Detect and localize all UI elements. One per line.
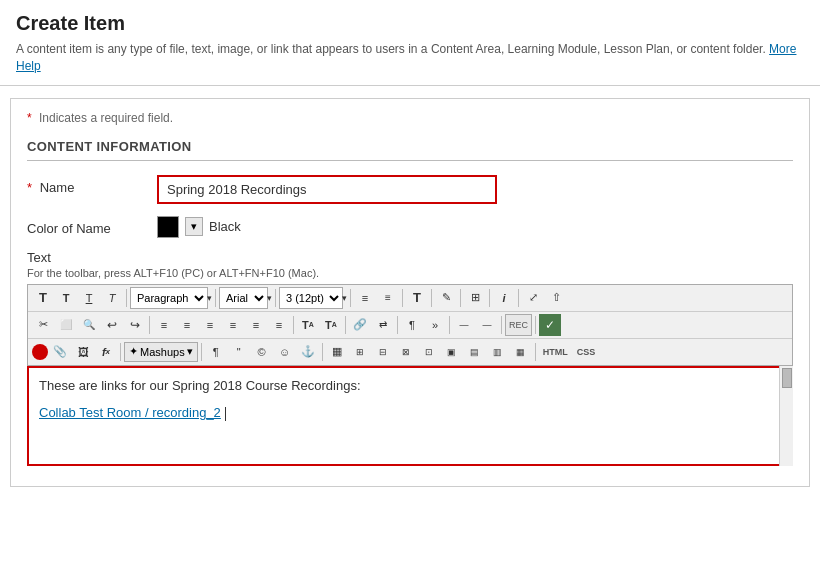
toolbar-btn-stop[interactable]	[32, 344, 48, 360]
description-text: A content item is any type of file, text…	[16, 42, 766, 56]
toolbar-row-2: ✂ ⬜ 🔍 ↩ ↪ ≡ ≡ ≡ ≡ ≡ ≡ TA TA	[28, 312, 792, 339]
toolbar-container: T T T T Paragraph ▾ Arial ▾	[27, 284, 793, 366]
toolbar-btn-T4[interactable]: T	[101, 287, 123, 309]
name-label: * Name	[27, 175, 157, 195]
toolbar-btn-css[interactable]: CSS	[573, 341, 600, 363]
toolbar-btn-copyright[interactable]: ©	[251, 341, 273, 363]
toolbar-btn-unordered-list[interactable]: ≡	[354, 287, 376, 309]
size-dropdown-icon: ▾	[342, 293, 347, 303]
toolbar-btn-copy[interactable]: ⬜	[55, 314, 77, 336]
toolbar-btn-superscript[interactable]: TA	[297, 314, 319, 336]
text-label: Text	[27, 250, 793, 265]
toolbar-sep-18	[201, 343, 202, 361]
name-field	[157, 175, 793, 204]
toolbar-sep-4	[350, 289, 351, 307]
color-name-text: Black	[209, 219, 241, 234]
editor-cursor	[225, 407, 226, 421]
toolbar-btn-image[interactable]: 🖼	[72, 341, 94, 363]
toolbar-btn-table[interactable]: ⊞	[464, 287, 486, 309]
toolbar-btn-redo[interactable]: ↪	[124, 314, 146, 336]
toolbar-sep-15	[501, 316, 502, 334]
page-description: A content item is any type of file, text…	[16, 41, 804, 75]
name-label-text: Name	[40, 180, 75, 195]
mashups-button[interactable]: ✦ Mashups ▾	[124, 342, 198, 362]
scrollbar-thumb[interactable]	[782, 368, 792, 388]
toolbar-btn-fullscreen[interactable]: ⤢	[522, 287, 544, 309]
toolbar-btn-edit[interactable]: ✎	[435, 287, 457, 309]
toolbar-sep-9	[518, 289, 519, 307]
toolbar-sep-20	[535, 343, 536, 361]
toolbar-sep-14	[449, 316, 450, 334]
editor-line-2: Collab Test Room / recording_2	[39, 403, 781, 423]
toolbar-btn-tb8[interactable]: ▦	[510, 341, 532, 363]
toolbar-sep-3	[275, 289, 276, 307]
toolbar-btn-rec[interactable]: REC	[505, 314, 532, 336]
toolbar-btn-blockquote[interactable]: »	[424, 314, 446, 336]
toolbar-btn-ordered-list[interactable]: ≡	[377, 287, 399, 309]
toolbar-btn-emoji[interactable]: ☺	[274, 341, 296, 363]
color-row: Color of Name ▾ Black	[27, 216, 793, 238]
toolbar-checkmark-box[interactable]: ✓	[539, 314, 561, 336]
editor-scrollbar[interactable]	[779, 366, 793, 466]
toolbar-btn-outdent[interactable]: ≡	[268, 314, 290, 336]
toolbar-btn-align-center[interactable]: ≡	[176, 314, 198, 336]
toolbar-btn-hr2[interactable]: —	[476, 314, 498, 336]
toolbar-btn-formula[interactable]: fx	[95, 341, 117, 363]
toolbar-btn-link[interactable]: 🔗	[349, 314, 371, 336]
name-asterisk-icon: *	[27, 180, 32, 195]
toolbar-btn-tb1[interactable]: ⊞	[349, 341, 371, 363]
editor-wrapper: These are links for our Spring 2018 Cour…	[27, 366, 793, 466]
toolbar-sep-17	[120, 343, 121, 361]
mashups-icon: ✦	[129, 345, 138, 358]
toolbar-hint: For the toolbar, press ALT+F10 (PC) or A…	[27, 267, 793, 279]
toolbar-btn-tb3[interactable]: ⊠	[395, 341, 417, 363]
toolbar-btn-tb2[interactable]: ⊟	[372, 341, 394, 363]
toolbar-btn-tb7[interactable]: ▥	[487, 341, 509, 363]
toolbar-btn-T1[interactable]: T	[32, 287, 54, 309]
toolbar-btn-search[interactable]: 🔍	[78, 314, 100, 336]
toolbar-btn-info[interactable]: i	[493, 287, 515, 309]
toolbar-btn-unlink[interactable]: ⇄	[372, 314, 394, 336]
toolbar-btn-quote2[interactable]: "	[228, 341, 250, 363]
toolbar-sep-7	[460, 289, 461, 307]
text-editor-area[interactable]: These are links for our Spring 2018 Cour…	[27, 366, 793, 466]
toolbar-btn-collapse[interactable]: ⇧	[545, 287, 567, 309]
toolbar-btn-align-justify[interactable]: ≡	[222, 314, 244, 336]
toolbar-btn-align-left[interactable]: ≡	[153, 314, 175, 336]
toolbar-btn-T3[interactable]: T	[78, 287, 100, 309]
toolbar-btn-html[interactable]: HTML	[539, 341, 572, 363]
toolbar-btn-align-right[interactable]: ≡	[199, 314, 221, 336]
toolbar-btn-hr[interactable]: —	[453, 314, 475, 336]
toolbar-btn-tb5[interactable]: ▣	[441, 341, 463, 363]
toolbar-btn-T2[interactable]: T	[55, 287, 77, 309]
toolbar-sep-19	[322, 343, 323, 361]
toolbar-btn-cut[interactable]: ✂	[32, 314, 54, 336]
toolbar-btn-undo[interactable]: ↩	[101, 314, 123, 336]
toolbar-btn-tb4[interactable]: ⊡	[418, 341, 440, 363]
page-wrapper: Create Item A content item is any type o…	[0, 0, 820, 567]
name-input[interactable]	[157, 175, 497, 204]
page-title: Create Item	[16, 12, 804, 35]
toolbar-btn-table2[interactable]: ▦	[326, 341, 348, 363]
toolbar-sep-10	[149, 316, 150, 334]
toolbar-sep-6	[431, 289, 432, 307]
color-field: ▾ Black	[157, 216, 793, 238]
toolbar-btn-anchor[interactable]: ⚓	[297, 341, 319, 363]
color-swatch[interactable]	[157, 216, 179, 238]
toolbar-btn-para2[interactable]: ¶	[205, 341, 227, 363]
toolbar-btn-tb6[interactable]: ▤	[464, 341, 486, 363]
color-dropdown-button[interactable]: ▾	[185, 217, 203, 236]
toolbar-btn-attachment[interactable]: 📎	[49, 341, 71, 363]
color-label: Color of Name	[27, 216, 157, 236]
toolbar-btn-paragraph-mark[interactable]: ¶	[401, 314, 423, 336]
paragraph-select[interactable]: Paragraph	[130, 287, 208, 309]
toolbar-btn-indent[interactable]: ≡	[245, 314, 267, 336]
font-select[interactable]: Arial	[219, 287, 268, 309]
required-asterisk-icon: *	[27, 111, 32, 125]
toolbar-btn-subscript[interactable]: TA	[320, 314, 342, 336]
size-select[interactable]: 3 (12pt)	[279, 287, 343, 309]
color-picker-row: ▾ Black	[157, 216, 793, 238]
toolbar-sep-5	[402, 289, 403, 307]
toolbar-btn-text-color[interactable]: T	[406, 287, 428, 309]
toolbar-sep-13	[397, 316, 398, 334]
